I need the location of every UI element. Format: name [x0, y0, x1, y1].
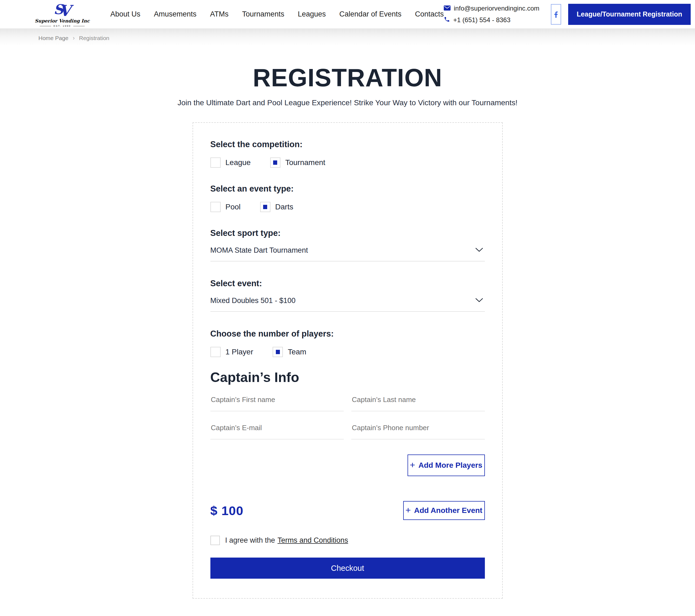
captain-fields [210, 396, 485, 439]
team-checkbox[interactable] [273, 347, 283, 357]
competition-option-tournament[interactable]: Tournament [270, 157, 325, 168]
tournament-checkbox-label: Tournament [285, 158, 325, 167]
competition-label: Select the competition: [210, 139, 485, 149]
phone-icon [444, 16, 450, 24]
event-type-option-pool[interactable]: Pool [210, 202, 241, 212]
facebook-icon [552, 10, 561, 19]
header-email-link[interactable]: info@superiorvendinginc.com [444, 5, 540, 12]
event-type-options: Pool Darts [210, 202, 485, 212]
tournament-checkbox[interactable] [270, 157, 281, 168]
sport-type-group: Select sport type: MOMA State Dart Tourn… [210, 228, 485, 261]
league-checkbox[interactable] [210, 157, 221, 168]
players-option-team[interactable]: Team [273, 347, 306, 357]
captain-last-name-input[interactable] [351, 396, 485, 411]
terms-and-conditions-link[interactable]: Terms and Conditions [277, 536, 348, 545]
registration-form: Select the competition: League Tournamen… [192, 122, 503, 599]
event-label: Select event: [210, 279, 485, 288]
pool-checkbox[interactable] [210, 202, 221, 212]
sport-type-value: MOMA State Dart Tournament [210, 246, 308, 254]
nav-contacts[interactable]: Contacts [415, 10, 444, 18]
terms-checkbox[interactable] [210, 536, 220, 545]
plus-icon: + [410, 460, 415, 469]
checkout-button[interactable]: Checkout [210, 557, 485, 579]
players-options: 1 Player Team [210, 347, 485, 357]
breadcrumb-separator: › [73, 35, 75, 41]
nav-atms[interactable]: ATMs [210, 10, 229, 18]
breadcrumb-home-link[interactable]: Home Page [38, 35, 68, 41]
breadcrumb-current: Registration [79, 35, 109, 41]
header-phone-text: +1 (651) 554 - 8363 [453, 16, 511, 24]
competition-option-league[interactable]: League [210, 157, 251, 168]
nav-calendar-of-events[interactable]: Calendar of Events [339, 10, 402, 18]
price-total: $ 100 [210, 503, 244, 518]
header-phone-link[interactable]: +1 (651) 554 - 8363 [444, 16, 540, 24]
mail-icon [444, 5, 451, 12]
captain-info-heading: Captain’s Info [210, 369, 485, 385]
league-checkbox-label: League [225, 158, 251, 167]
add-more-players-label: Add More Players [418, 461, 482, 470]
captain-first-name-input[interactable] [210, 396, 344, 411]
page-title: REGISTRATION [0, 64, 695, 92]
team-checkbox-label: Team [288, 348, 306, 356]
sport-type-label: Select sport type: [210, 228, 485, 238]
nav-leagues[interactable]: Leagues [298, 10, 326, 18]
sport-type-select[interactable]: MOMA State Dart Tournament [210, 246, 485, 261]
event-select[interactable]: Mixed Doubles 501 - $100 [210, 297, 485, 312]
darts-checkbox-label: Darts [275, 203, 293, 211]
terms-text: I agree with the [225, 536, 275, 545]
chevron-down-icon[interactable] [475, 298, 483, 303]
event-value: Mixed Doubles 501 - $100 [210, 297, 295, 305]
league-tournament-registration-button[interactable]: League/Tournament Registration [568, 4, 691, 25]
players-option-1-player[interactable]: 1 Player [210, 347, 253, 357]
breadcrumb: Home Page › Registration [0, 29, 695, 48]
header-contacts: info@superiorvendinginc.com +1 (651) 554… [444, 5, 540, 24]
main-nav: About Us Amusements ATMs Tournaments Lea… [110, 10, 444, 18]
header-email-text: info@superiorvendinginc.com [454, 5, 540, 12]
competition-options: League Tournament [210, 157, 485, 168]
one-player-checkbox-label: 1 Player [225, 348, 253, 356]
site-header: SV Superior Vending Inc EST. 1990 About … [0, 0, 695, 29]
one-player-checkbox[interactable] [210, 347, 221, 357]
darts-checkbox[interactable] [260, 202, 270, 212]
players-label: Choose the number of players: [210, 329, 485, 339]
event-type-option-darts[interactable]: Darts [260, 202, 293, 212]
chevron-down-icon[interactable] [475, 248, 483, 253]
logo-monogram-icon: SV [53, 1, 71, 17]
add-another-event-button[interactable]: + Add Another Event [403, 501, 485, 520]
nav-about-us[interactable]: About Us [110, 10, 140, 18]
main-content: REGISTRATION Join the Ultimate Dart and … [0, 64, 695, 599]
captain-email-input[interactable] [210, 424, 344, 439]
nav-tournaments[interactable]: Tournaments [242, 10, 284, 18]
event-type-label: Select an event type: [210, 184, 485, 194]
plus-icon: + [405, 505, 411, 515]
logo-link[interactable]: SV Superior Vending Inc EST. 1990 [38, 1, 87, 27]
add-another-event-label: Add Another Event [414, 506, 482, 515]
page-subtitle: Join the Ultimate Dart and Pool League E… [0, 99, 695, 107]
captain-phone-input[interactable] [351, 424, 485, 439]
terms-row: I agree with the Terms and Conditions [210, 536, 485, 545]
facebook-button[interactable] [551, 4, 561, 24]
add-more-players-button[interactable]: + Add More Players [408, 454, 485, 476]
event-group: Select event: Mixed Doubles 501 - $100 [210, 279, 485, 312]
pool-checkbox-label: Pool [225, 203, 241, 211]
logo-est: EST. 1990 [40, 24, 85, 27]
nav-amusements[interactable]: Amusements [154, 10, 197, 18]
